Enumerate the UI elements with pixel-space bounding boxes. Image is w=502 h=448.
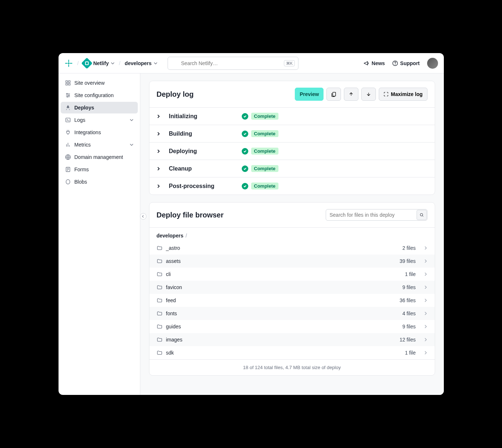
log-phase-row[interactable]: InitializingComplete — [149, 108, 435, 125]
help-icon — [392, 60, 398, 66]
sidebar-item-site-configuration[interactable]: Site configuration — [61, 89, 138, 101]
clipboard-icon — [331, 91, 337, 97]
file-row[interactable]: assets39 files — [149, 255, 435, 268]
sidebar-collapse-button[interactable] — [140, 213, 146, 220]
svg-rect-6 — [68, 81, 70, 83]
global-search[interactable]: ⌘K — [168, 57, 298, 70]
team-dropdown[interactable]: Netlify — [83, 59, 115, 67]
chevron-down-icon — [154, 61, 157, 65]
file-meta: 36 files — [399, 297, 415, 303]
chevron-right-icon — [424, 312, 427, 315]
file-name: _astro — [166, 245, 399, 251]
avatar[interactable] — [427, 58, 438, 69]
breadcrumb-sep: / — [77, 60, 79, 66]
copy-log-button[interactable] — [326, 88, 341, 101]
file-search-input[interactable] — [326, 209, 427, 221]
status-badge: Complete — [251, 165, 278, 172]
sidebar-item-label: Domain management — [75, 154, 123, 160]
file-meta: 39 files — [399, 258, 415, 264]
chevron-right-icon[interactable] — [157, 167, 162, 171]
project-dropdown[interactable]: developers — [125, 60, 157, 66]
svg-rect-0 — [68, 62, 70, 64]
chevron-right-icon — [424, 285, 427, 289]
file-row[interactable]: fonts4 files — [149, 307, 435, 320]
folder-icon — [157, 258, 162, 264]
sidebar-item-logs[interactable]: Logs — [61, 114, 138, 126]
sidebar-item-label: Forms — [75, 167, 89, 172]
phase-status: Complete — [242, 113, 278, 120]
check-icon — [242, 148, 248, 155]
sidebar-item-deploys[interactable]: Deploys — [61, 102, 138, 113]
breadcrumb: developers/ — [149, 228, 435, 239]
maximize-log-button[interactable]: Maximize log — [379, 88, 427, 101]
file-row[interactable]: feed36 files — [149, 294, 435, 307]
file-row[interactable]: sdk1 file — [149, 346, 435, 359]
maximize-icon — [383, 92, 389, 97]
file-meta: 12 files — [399, 337, 415, 343]
megaphone-icon — [364, 60, 369, 66]
check-icon — [242, 183, 248, 189]
blob-icon — [65, 179, 71, 185]
phase-status: Complete — [242, 130, 278, 137]
scroll-bottom-button[interactable] — [361, 88, 376, 101]
netlify-logo-icon[interactable] — [64, 59, 73, 68]
sidebar-item-blobs[interactable]: Blobs — [61, 176, 138, 188]
sidebar-item-label: Blobs — [75, 179, 87, 185]
sidebar-item-domain-management[interactable]: Domain management — [61, 151, 138, 163]
log-phase-row[interactable]: Post-processingComplete — [149, 177, 435, 195]
arrow-up-icon — [349, 92, 354, 97]
file-search-button[interactable] — [417, 210, 427, 220]
search-input[interactable] — [168, 57, 298, 70]
phase-name: Initializing — [169, 113, 234, 120]
form-icon — [65, 167, 71, 172]
phase-name: Deploying — [169, 148, 234, 155]
file-row[interactable]: guides9 files — [149, 320, 435, 333]
search-shortcut: ⌘K — [284, 60, 295, 66]
file-meta: 1 file — [405, 271, 416, 277]
file-row[interactable]: cli1 file — [149, 268, 435, 281]
chevron-right-icon[interactable] — [157, 132, 162, 136]
chevron-down-icon — [130, 143, 133, 147]
chevron-right-icon[interactable] — [157, 184, 162, 188]
file-name: sdk — [166, 350, 401, 356]
phase-name: Building — [169, 131, 234, 137]
support-link[interactable]: Support — [392, 60, 420, 66]
sidebar-item-integrations[interactable]: Integrations — [61, 127, 138, 138]
folder-icon — [157, 271, 162, 277]
svg-line-26 — [422, 216, 423, 216]
file-row[interactable]: images12 files — [149, 333, 435, 346]
log-phase-row[interactable]: BuildingComplete — [149, 125, 435, 143]
preview-button[interactable]: Preview — [295, 88, 324, 101]
file-row[interactable]: favicon9 files — [149, 281, 435, 294]
sidebar-item-site-overview[interactable]: Site overview — [61, 77, 138, 89]
rocket-icon — [65, 105, 71, 111]
log-phase-row[interactable]: DeployingComplete — [149, 143, 435, 160]
file-browser-title: Deploy file browser — [157, 211, 224, 219]
bars-icon — [65, 142, 71, 148]
file-meta: 4 files — [402, 311, 416, 316]
sidebar-item-label: Site configuration — [75, 92, 114, 98]
chevron-right-icon[interactable] — [157, 115, 162, 118]
folder-icon — [157, 337, 162, 343]
terminal-icon — [65, 117, 71, 123]
check-icon — [242, 113, 248, 120]
sidebar-item-metrics[interactable]: Metrics — [61, 139, 138, 151]
phase-name: Post-processing — [169, 183, 234, 189]
scroll-top-button[interactable] — [344, 88, 358, 101]
file-browser-footer: 18 of 124 total files, 4.7 MB total size… — [149, 359, 435, 375]
sidebar-item-forms[interactable]: Forms — [61, 164, 138, 175]
svg-rect-8 — [68, 83, 70, 85]
svg-point-4 — [395, 64, 395, 65]
file-row[interactable]: _astro2 files — [149, 241, 435, 255]
path-root[interactable]: developers — [157, 233, 184, 239]
news-link[interactable]: News — [364, 60, 385, 66]
chevron-right-icon — [424, 259, 427, 263]
deploy-log-title: Deploy log — [157, 90, 194, 99]
file-name: images — [166, 337, 396, 343]
folder-icon — [157, 297, 162, 303]
file-name: guides — [166, 324, 399, 329]
status-badge: Complete — [251, 113, 278, 120]
chevron-right-icon[interactable] — [157, 149, 162, 153]
log-phase-row[interactable]: CleanupComplete — [149, 160, 435, 177]
phase-status: Complete — [242, 165, 278, 172]
